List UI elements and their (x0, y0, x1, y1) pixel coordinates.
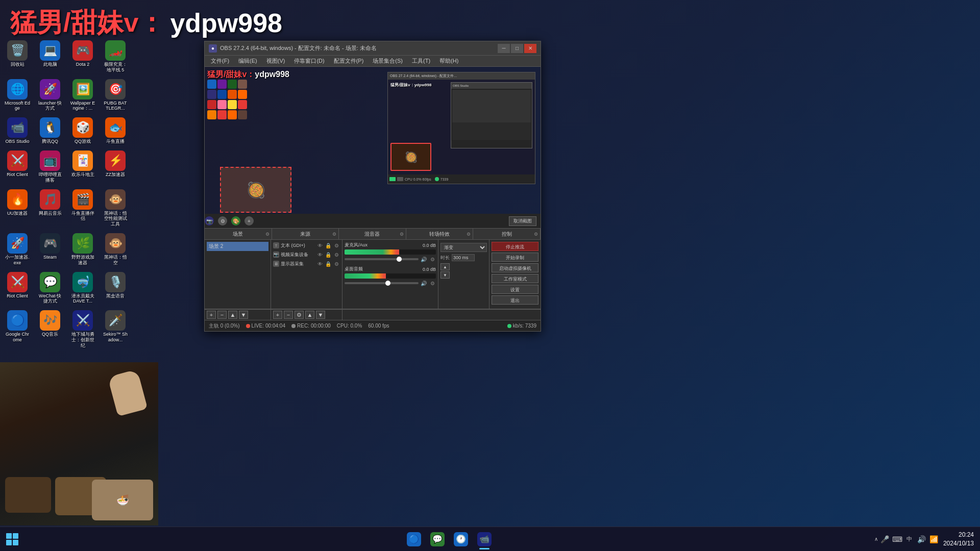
icon-riot[interactable]: ⚔️ Riot Client (3, 148, 32, 185)
icon-uu-speed[interactable]: 🔥 UU加速器 (3, 187, 32, 229)
icon-qq-games[interactable]: 🎲 QQ游戏 (68, 115, 97, 146)
tray-expand[interactable]: ∧ (874, 536, 878, 542)
icon-qq-music[interactable]: 🎶 QQ音乐 (35, 308, 65, 350)
taskbar-clock[interactable]: 🕐 (450, 528, 472, 550)
icon-riot2[interactable]: ⚔️ Riot Client (3, 270, 32, 307)
virtual-cam-button[interactable]: 启动虚拟摄像机 (492, 263, 538, 272)
source-add-btn[interactable]: + (273, 311, 282, 319)
source-settings-btn-3[interactable]: ⚙ (333, 260, 340, 267)
start-button[interactable] (0, 527, 24, 552)
taskbar-obs[interactable]: 📹 (473, 528, 496, 550)
menu-help[interactable]: 帮助(H) (435, 56, 462, 66)
food-circles (5, 477, 106, 515)
preview-bottom-bar: 📷 ⚙ 🎨 + 取消截图 (205, 214, 541, 228)
taskbar-chrome[interactable]: 🔵 (403, 528, 425, 550)
icon-lele[interactable]: 🃏 欢乐斗地主 (68, 148, 97, 185)
icon-wild[interactable]: 🌿 野野游戏加速器 (68, 231, 97, 268)
icon-yjia[interactable]: 🚀 小一加速器.exe (3, 231, 32, 268)
source-lock-btn-1[interactable]: 🔒 (325, 242, 332, 249)
scene-tab[interactable]: 场景 ⚙ (205, 229, 272, 239)
controls-tab[interactable]: 控制 ⚙ (473, 229, 541, 239)
mixer-mute-1[interactable]: 🔊 (420, 256, 427, 263)
vol-slider-1[interactable] (345, 258, 419, 260)
icon-chrome[interactable]: 🔵 Google Chrome (3, 308, 32, 350)
source-display[interactable]: 🖥 显示器采集 👁 🔒 ⚙ (272, 259, 341, 268)
scene-down-btn[interactable]: ▼ (239, 311, 248, 319)
preview-content: 猛男/甜妹v：ydpw998 (205, 67, 541, 228)
scene-item-2[interactable]: 场景 2 (207, 242, 268, 251)
transition-tab[interactable]: 转场特效 ⚙ (406, 229, 474, 239)
icon-obs[interactable]: 📹 OBS Studio (3, 115, 32, 146)
tray-volume-icon[interactable]: 🔊 (917, 534, 927, 544)
tray-wifi-icon[interactable]: 📶 (929, 534, 939, 544)
icon-pubg[interactable]: 🎯 PUBG BATTLEGR... (101, 77, 130, 114)
source-settings-btn-1[interactable]: ⚙ (333, 242, 340, 249)
icon-underground[interactable]: ⚔️ 地下城与勇士：创新世纪 (68, 308, 97, 350)
mixer-tab[interactable]: 混音器 ⚙ (339, 229, 406, 239)
icon-launcher[interactable]: 🚀 launcher·快方式 (35, 77, 65, 114)
start-record-button[interactable]: 开始录制 (492, 253, 538, 262)
icon-wechat[interactable]: 💬 WeChat·快捷方式 (35, 270, 65, 307)
icon-sekiro[interactable]: 🗡️ Sekiro™ Shadow... (101, 308, 130, 350)
source-eye-btn-2[interactable]: 👁 (316, 251, 324, 258)
icon-wallpaper[interactable]: 🖼️ Wallpaper Engine：... (68, 77, 97, 114)
source-lock-btn-3[interactable]: 🔒 (325, 260, 332, 267)
source-up-btn[interactable]: ▲ (305, 311, 314, 319)
source-lock-btn-2[interactable]: 🔒 (325, 251, 332, 258)
menu-profile[interactable]: 配置文件(P) (330, 56, 368, 66)
icon-label-qq-music: QQ音乐 (42, 332, 58, 337)
video-source-icon: 📷 (273, 252, 279, 258)
exit-button[interactable]: 退出 (492, 295, 538, 305)
scene-up-btn[interactable]: ▲ (228, 311, 237, 319)
vol-slider-2[interactable] (345, 282, 419, 284)
transition-down-btn[interactable]: ▼ (440, 271, 450, 279)
icon-douyu[interactable]: 🐟 斗鱼直播 (101, 115, 130, 146)
transition-up-btn[interactable]: ▲ (440, 263, 450, 270)
taskbar-wechat[interactable]: 💬 (426, 528, 449, 550)
scene-remove-btn[interactable]: − (217, 311, 227, 319)
menu-edit[interactable]: 编辑(E) (234, 56, 261, 66)
menu-tools[interactable]: 工具(T) (408, 56, 434, 66)
icon-bilibili[interactable]: 📺 哔哩哔哩直播客 (35, 148, 65, 185)
icon-underwater[interactable]: 🤿 潜水员戴夫DAVE T... (68, 270, 97, 307)
mixer-settings-1[interactable]: ⚙ (429, 256, 436, 263)
maximize-button[interactable]: □ (511, 44, 523, 53)
close-button[interactable]: ✕ (524, 44, 536, 53)
source-remove-btn[interactable]: − (284, 311, 293, 319)
tray-keyboard-icon: ⌨ (892, 534, 902, 544)
system-clock[interactable]: 20:24 2024/10/13 (943, 531, 974, 548)
minimize-button[interactable]: ─ (498, 44, 510, 53)
transition-type-select[interactable]: 渐变 (440, 243, 487, 252)
menu-view[interactable]: 视图(V) (262, 56, 289, 66)
icon-douyu-stream[interactable]: 🎬 斗鱼直播伴侣 (68, 187, 97, 229)
start-stream-button[interactable]: 停止推流 (492, 242, 538, 251)
icon-heihe[interactable]: 🎙️ 黑盒语音 (101, 270, 130, 307)
icon-black-myth-tool[interactable]: 🐵 黑神话：悟空性能测试工具 (101, 187, 130, 229)
menu-dock[interactable]: 停靠窗口(D) (290, 56, 328, 66)
win-sq-4 (13, 540, 18, 545)
menu-scene-collection[interactable]: 场景集合(S) (369, 56, 407, 66)
cancel-screenshot-button[interactable]: 取消截图 (509, 216, 536, 226)
icon-black-myth-game[interactable]: 🐵 黑神话：悟空 (101, 231, 130, 268)
studio-mode-button[interactable]: 工作室模式 (492, 274, 538, 283)
icon-label-riot2: Riot Client (7, 293, 28, 299)
mixer-settings-2[interactable]: ⚙ (429, 280, 436, 287)
source-eye-btn-3[interactable]: 👁 (316, 260, 324, 267)
source-tab[interactable]: 来源 ⚙ (272, 229, 339, 239)
icon-zz-speed[interactable]: ⚡ ZZ加速器 (101, 148, 130, 185)
scene-add-btn[interactable]: + (207, 311, 216, 319)
transition-duration-input[interactable] (452, 254, 475, 261)
source-down-btn[interactable]: ▼ (316, 311, 325, 319)
source-text[interactable]: T 文本 (GDI+) 👁 🔒 ⚙ (272, 241, 341, 250)
mixer-mute-2[interactable]: 🔊 (420, 280, 427, 287)
source-video[interactable]: 📷 视频采集设备 👁 🔒 ⚙ (272, 250, 341, 259)
icon-netease[interactable]: 🎵 网易云音乐 (35, 187, 65, 229)
settings-button[interactable]: 设置 (492, 285, 538, 294)
source-eye-btn-1[interactable]: 👁 (316, 242, 324, 249)
icon-qq[interactable]: 🐧 腾讯QQ (35, 115, 65, 146)
source-settings-btn[interactable]: ⚙ (295, 311, 304, 319)
icon-edge[interactable]: 🌐 Microsoft Edge (3, 77, 32, 114)
icon-steam[interactable]: 🎮 Steam (35, 231, 65, 268)
source-settings-btn-2[interactable]: ⚙ (333, 251, 340, 258)
menu-file[interactable]: 文件(F) (207, 56, 233, 66)
